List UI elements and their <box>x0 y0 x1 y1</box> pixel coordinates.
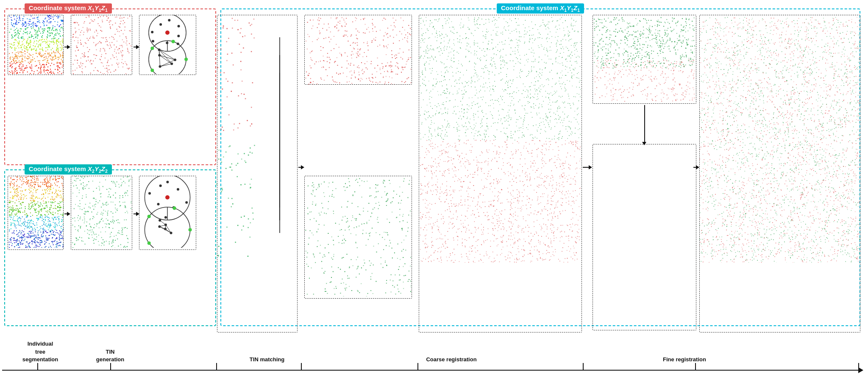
tick-1 <box>37 363 38 371</box>
step-label-tin-match: TIN matching <box>235 356 299 363</box>
fine-arrow-v-head <box>642 142 646 145</box>
timeline-arrow-head <box>858 367 863 373</box>
coord-label-1b: Coordinate system X1Y1Z1 <box>497 3 584 14</box>
inner-box-fine-top <box>593 15 696 104</box>
inner-box-fine-combined <box>699 15 860 332</box>
tick-3 <box>216 363 217 371</box>
tick-5 <box>417 363 418 371</box>
tick-8 <box>858 363 859 371</box>
main-container: { "title": "Point Cloud Registration Pip… <box>0 0 868 374</box>
fine-arrow-v-line <box>644 105 645 143</box>
coord-label-1: Coordinate system X1Y1Z1 <box>25 3 112 14</box>
tick-6 <box>583 363 584 371</box>
inner-box-fine-bot <box>593 144 696 330</box>
step-label-tin-gen: TINgeneration <box>87 348 134 363</box>
inner-box-tin1 <box>139 15 196 75</box>
inner-box-lidar1 <box>8 15 64 75</box>
step-label-fine: Fine registration <box>593 356 776 363</box>
arrow-tin-to-coarse <box>298 165 304 169</box>
inner-box-coarse-bot <box>304 176 412 299</box>
tick-2 <box>110 363 111 371</box>
inner-box-lidar2 <box>8 176 64 250</box>
timeline-arrow-line <box>2 370 862 371</box>
inner-box-coarse-top <box>304 15 412 85</box>
step-label-individual-tree: Individualtreesegmentation <box>13 340 68 363</box>
arrow-coarse-to-fine <box>583 165 592 169</box>
inner-box-sparse2 <box>71 176 132 250</box>
inner-box-tin2 <box>139 176 196 250</box>
step-label-coarse: Coarse registration <box>348 356 555 363</box>
inner-box-tin-match <box>217 15 298 332</box>
coord-label-2: Coordinate system X2Y2Z2 <box>25 164 112 175</box>
inner-box-coarse-combined <box>419 15 582 332</box>
arrow-sparse2-to-tin2 <box>134 212 139 216</box>
arrow-2-to-sparse2 <box>64 212 70 216</box>
arrow-sparse1-to-tin1 <box>134 45 139 49</box>
inner-box-sparse1 <box>71 15 132 75</box>
arrow-1-to-sparse1 <box>64 45 70 49</box>
tick-4 <box>301 363 302 371</box>
tick-7 <box>695 363 696 371</box>
arrow-fine-to-output <box>693 165 699 169</box>
